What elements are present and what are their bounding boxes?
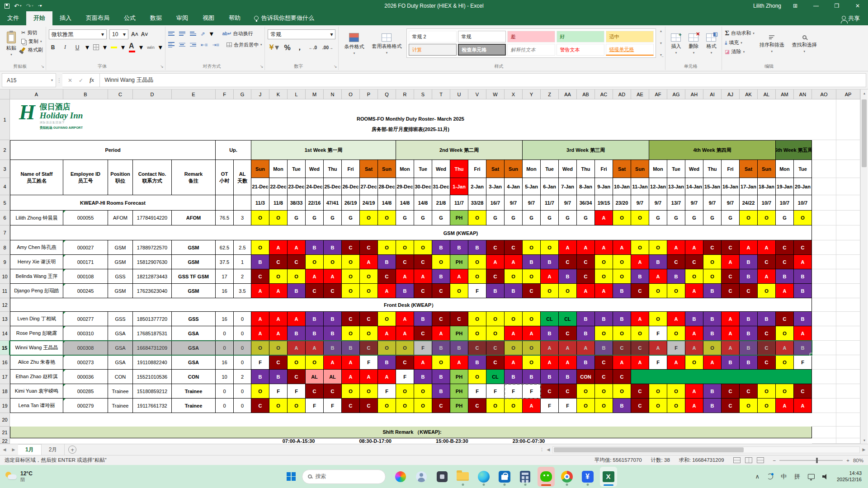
cell-AP22[interactable]	[836, 438, 860, 444]
staff-name-18[interactable]: Kimi Yuan 袁宇嵘鸣	[10, 384, 63, 399]
shift-AJ9[interactable]: A	[722, 255, 740, 269]
tab-help[interactable]: 帮助	[222, 11, 248, 25]
column-header-E[interactable]: E	[172, 89, 216, 99]
shift-AA16[interactable]: A	[559, 355, 577, 370]
tab-formulas[interactable]: 公式	[117, 11, 143, 25]
shift-O8[interactable]: C	[342, 240, 360, 255]
shift-AI19[interactable]: B	[703, 399, 722, 413]
tab-home[interactable]: 开始	[26, 11, 52, 25]
shift-K18[interactable]: F	[269, 384, 288, 399]
cell-AO9[interactable]	[812, 255, 836, 269]
column-header-AH[interactable]: AH	[685, 89, 703, 99]
staff-name-17[interactable]: Ethan Zhao 赵梓淇	[10, 370, 63, 384]
column-header-A[interactable]: A	[10, 89, 63, 99]
shift-T19[interactable]: C	[432, 399, 450, 413]
shift-Z17[interactable]: B	[541, 370, 559, 384]
sync-icon[interactable]	[767, 474, 773, 479]
style-bad[interactable]: 差	[507, 31, 555, 42]
shift-AL9[interactable]: C	[758, 255, 776, 269]
shift-J10[interactable]: C	[251, 269, 269, 284]
shift-AM9[interactable]: C	[776, 255, 794, 269]
align-center-icon[interactable]	[179, 42, 185, 48]
column-header-AO[interactable]: AO	[812, 89, 836, 99]
shift-X16[interactable]: A	[505, 355, 523, 370]
shift-AE18[interactable]: C	[631, 384, 649, 399]
shift-M16[interactable]: O	[306, 355, 324, 370]
shift-R18[interactable]: O	[396, 384, 414, 399]
staff-name-6[interactable]: Lilith Zhong 钟晨晨	[10, 211, 63, 225]
vertical-scroll-thumb[interactable]	[862, 99, 867, 167]
shift-P13[interactable]: C	[360, 312, 378, 326]
file-explorer-icon[interactable]	[454, 467, 472, 487]
shift-AA17[interactable]: B	[559, 370, 577, 384]
shift-AA11[interactable]: O	[559, 284, 577, 298]
tab-nav-right-icon[interactable]: ▶	[9, 447, 18, 452]
shift-M6[interactable]: G	[306, 211, 324, 225]
staff-contact-14[interactable]: 17685187531	[133, 326, 172, 341]
column-header-AB[interactable]: AB	[577, 89, 595, 99]
staff-al-19[interactable]: 0	[234, 399, 251, 413]
shift-N18[interactable]: C	[324, 384, 342, 399]
staff-ot-19[interactable]: 0	[216, 399, 234, 413]
cell-AP1[interactable]	[836, 99, 860, 140]
zoom-in-icon[interactable]: +	[846, 458, 849, 463]
column-header-M[interactable]: M	[306, 89, 324, 99]
shift-R9[interactable]: C	[396, 255, 414, 269]
staff-contact-9[interactable]: 15812907630	[133, 255, 172, 269]
shift-M14[interactable]: B	[306, 326, 324, 341]
column-header-AC[interactable]: AC	[595, 89, 613, 99]
shift-Q18[interactable]: F	[378, 384, 396, 399]
row-header-7[interactable]: 7	[0, 225, 10, 240]
shift-Q15[interactable]: O	[378, 341, 396, 355]
shift-M19[interactable]: F	[306, 399, 324, 413]
shift-AK18[interactable]: C	[740, 384, 758, 399]
delete-cells-button[interactable]: ✕删除▾	[686, 28, 701, 60]
shift-K9[interactable]: C	[269, 255, 288, 269]
dialog-launcher-icon[interactable]: ↘	[160, 64, 164, 69]
shift-Q8[interactable]: O	[378, 240, 396, 255]
shift-AC14[interactable]: O	[595, 326, 613, 341]
shift-AJ10[interactable]: C	[722, 269, 740, 284]
select-all-corner[interactable]	[0, 89, 10, 99]
shift-L9[interactable]: C	[288, 255, 306, 269]
staff-contact-18[interactable]: 15180859212	[133, 384, 172, 399]
conditional-formatting-button[interactable]: 条件格式▾	[341, 28, 367, 60]
shift-X14[interactable]: A	[505, 326, 523, 341]
shift-AB9[interactable]: C	[577, 255, 595, 269]
shift-S13[interactable]: B	[414, 312, 432, 326]
staff-ot-17[interactable]: 10	[216, 370, 234, 384]
insert-function-icon[interactable]: fx	[90, 77, 94, 84]
shift-AA6[interactable]: G	[559, 211, 577, 225]
style-warning[interactable]: 警告文本	[557, 44, 604, 56]
cell-AO5[interactable]	[812, 195, 836, 211]
minimize-button[interactable]: —	[809, 3, 823, 9]
row-header-15[interactable]: 15	[0, 341, 10, 355]
shift-M17[interactable]: AL	[306, 370, 324, 384]
shift-AC11[interactable]: A	[595, 284, 613, 298]
align-left-icon[interactable]	[168, 41, 175, 48]
zoom-slider[interactable]	[779, 460, 843, 461]
shift-AL6[interactable]: O	[758, 211, 776, 225]
shift-L16[interactable]: O	[288, 355, 306, 370]
shift-U15[interactable]: B	[450, 341, 468, 355]
staff-position-9[interactable]: GSM	[108, 255, 133, 269]
column-header-S[interactable]: S	[414, 89, 432, 99]
sheet-tab-feb[interactable]: 2月	[42, 444, 65, 455]
shift-AE8[interactable]: O	[631, 240, 649, 255]
column-header-J[interactable]: J	[251, 89, 269, 99]
column-header-R[interactable]: R	[396, 89, 414, 99]
shift-W16[interactable]: C	[486, 355, 505, 370]
shift-Y9[interactable]: B	[523, 255, 541, 269]
taskbar-app-misc[interactable]	[392, 467, 409, 487]
staff-id-13[interactable]: 000277	[63, 312, 108, 326]
column-header-K[interactable]: K	[269, 89, 288, 99]
shift-P10[interactable]: O	[360, 269, 378, 284]
row-header-21[interactable]: 21	[0, 427, 10, 438]
shift-AN15[interactable]: B	[794, 341, 812, 355]
shift-J11[interactable]: A	[251, 284, 269, 298]
shift-R15[interactable]: O	[396, 341, 414, 355]
shift-M18[interactable]: C	[306, 384, 324, 399]
column-header-AF[interactable]: AF	[649, 89, 667, 99]
shift-U8[interactable]: B	[450, 240, 468, 255]
staff-ot-11[interactable]: 16	[216, 284, 234, 298]
